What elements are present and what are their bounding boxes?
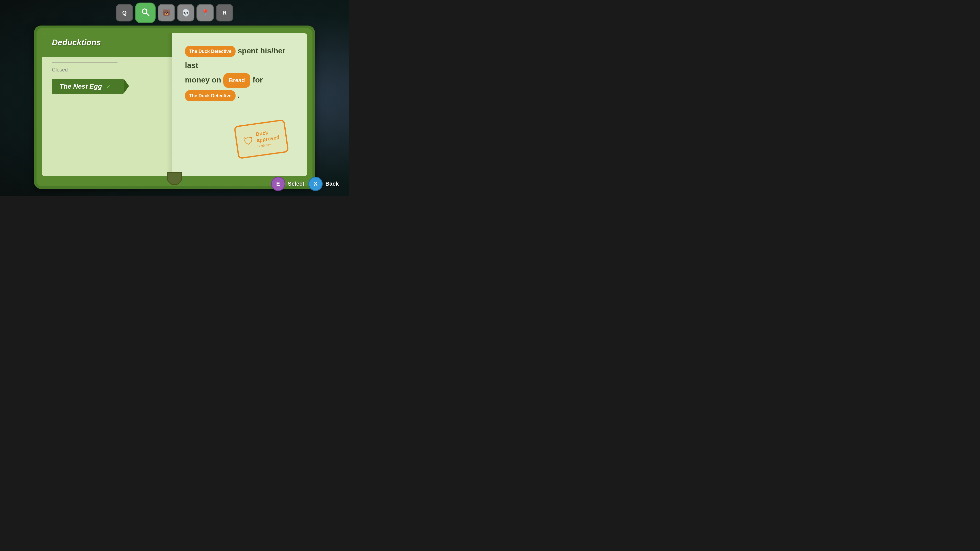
bear-icon: 🐻	[162, 9, 170, 17]
back-button[interactable]: X Back	[309, 177, 339, 191]
select-label: Select	[288, 181, 304, 187]
left-header-bar: Deducktions	[41, 33, 172, 57]
shield-icon: 🛡	[243, 135, 255, 147]
closed-label: Closed	[52, 67, 161, 73]
divider	[52, 62, 118, 63]
duck-approved-stamp: 🛡 Duck approved BupStou~	[234, 119, 289, 159]
skull-icon: 💀	[181, 9, 190, 17]
back-key-circle: X	[309, 177, 323, 191]
deduction-text: The Duck Detective spent his/her last mo…	[185, 43, 294, 102]
r-button[interactable]: R	[216, 4, 233, 21]
page-title: Deducktions	[52, 38, 161, 47]
badge-duck-detective-1[interactable]: The Duck Detective	[185, 46, 235, 57]
search-icon	[141, 7, 150, 18]
pin-icon: 📍	[201, 9, 209, 17]
text-money-on: money on	[185, 76, 221, 84]
period: .	[238, 91, 240, 99]
badge-bread[interactable]: Bread	[223, 73, 250, 88]
back-label: Back	[325, 181, 339, 187]
nest-egg-text: The Nest Egg	[59, 83, 102, 91]
bottom-buttons: E Select X Back	[271, 177, 339, 191]
book: Deducktions Closed The Nest Egg ✓ The Du…	[34, 25, 315, 189]
select-button[interactable]: E Select	[271, 177, 304, 191]
left-page: Deducktions Closed The Nest Egg ✓	[41, 33, 172, 176]
select-key-circle: E	[271, 177, 285, 191]
right-page: The Duck Detective spent his/her last mo…	[172, 33, 307, 176]
checkmark-icon: ✓	[106, 83, 111, 90]
q-button[interactable]: Q	[116, 4, 133, 21]
text-for: for	[253, 76, 263, 84]
search-button[interactable]	[135, 3, 156, 23]
nest-egg-banner[interactable]: The Nest Egg ✓	[52, 79, 124, 94]
skull-button[interactable]: 💀	[177, 4, 194, 21]
badge-duck-detective-2[interactable]: The Duck Detective	[185, 90, 235, 102]
bear-button[interactable]: 🐻	[158, 4, 175, 21]
pin-button[interactable]: 📍	[196, 4, 214, 21]
book-spine	[167, 172, 182, 185]
book-outer: Deducktions Closed The Nest Egg ✓ The Du…	[34, 25, 315, 189]
book-pages: Deducktions Closed The Nest Egg ✓ The Du…	[41, 33, 307, 176]
top-navigation: Q 🐻 💀 📍 R	[116, 3, 233, 23]
book-inner: Deducktions Closed The Nest Egg ✓ The Du…	[37, 28, 312, 186]
svg-line-1	[146, 13, 149, 16]
